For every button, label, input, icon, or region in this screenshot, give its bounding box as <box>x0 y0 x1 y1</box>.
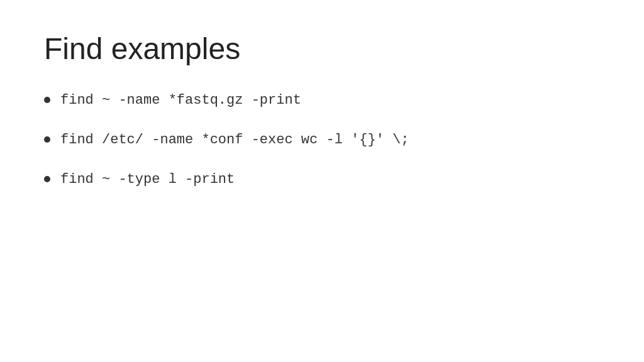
list-item: find ~ -name *fastq.gz -print <box>44 91 600 111</box>
code-item-3: find ~ -type l -print <box>60 170 235 190</box>
slide-title: Find examples <box>44 31 600 66</box>
list-item: find ~ -type l -print <box>44 170 600 190</box>
bullet-dot <box>44 97 50 103</box>
list-item: find /etc/ -name *conf -exec wc -l '{}' … <box>44 131 600 150</box>
code-item-1: find ~ -name *fastq.gz -print <box>60 91 301 111</box>
slide-container: Find examples find ~ -name *fastq.gz -pr… <box>0 0 644 362</box>
bullet-dot <box>44 136 50 143</box>
bullet-dot <box>44 176 50 182</box>
bullet-list: find ~ -name *fastq.gz -print find /etc/… <box>44 91 600 209</box>
code-item-2: find /etc/ -name *conf -exec wc -l '{}' … <box>60 131 409 150</box>
